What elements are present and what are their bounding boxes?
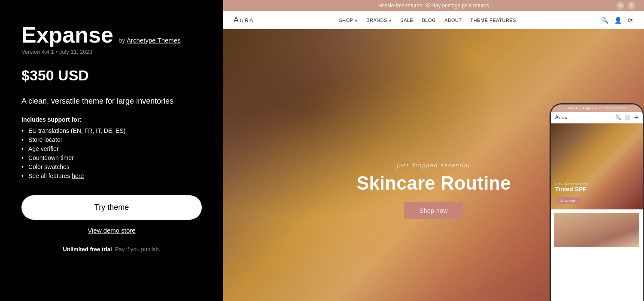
mobile-hero-area: NOW RESTOCKED Tinted SPF Shop now [551, 123, 643, 209]
hero-subtitle: just dropped essential [348, 162, 519, 169]
instagram-icon: ✦ [617, 2, 624, 9]
feature-item: Color swatches [21, 163, 202, 170]
by-prefix: by [118, 37, 125, 44]
mobile-hero-title: Tinted SPF [555, 186, 638, 193]
try-theme-button[interactable]: Try theme [21, 195, 202, 220]
author-link[interactable]: Archetype Themes [127, 37, 181, 44]
nav-link-sale[interactable]: SALE [400, 18, 413, 23]
mobile-announcement: Free US shipping & returns over $100 [551, 104, 643, 112]
version-info: Version 4.4.1 • July 11, 2023 [21, 49, 202, 55]
mobile-inner: Free US shipping & returns over $100 Aur… [551, 104, 643, 301]
nav-bar: Aura SHOP BRANDS SALE BLOG ABOUT THEME F… [223, 11, 644, 29]
free-trial-rest: . Pay if you publish. [112, 246, 161, 252]
feature-item-last: See all features here [21, 172, 202, 179]
help-icon: ? [628, 2, 635, 9]
account-icon[interactable]: 👤 [614, 17, 622, 24]
feature-item: EU translations (EN, FR, IT, DE, ES) [21, 127, 202, 134]
mobile-nav: Aura 🔍 ⬜ ☰ [551, 112, 643, 123]
free-trial-note: Unlimited free trial. Pay if you publish… [21, 246, 202, 252]
mobile-hero-label: NOW RESTOCKED [555, 183, 638, 186]
social-icons: ✦ ? [617, 2, 635, 9]
tagline: A clean, versatile theme for large inven… [21, 97, 202, 106]
by-author: by Archetype Themes [118, 37, 181, 44]
features-link[interactable]: here [72, 172, 84, 179]
nav-links: SHOP BRANDS SALE BLOG ABOUT THEME FEATUR… [339, 18, 516, 23]
mobile-nav-icons: 🔍 ⬜ ☰ [615, 115, 638, 120]
mobile-logo: Aura [555, 114, 568, 120]
theme-name: Expanse [21, 24, 113, 46]
left-panel: Expanse by Archetype Themes Version 4.4.… [0, 0, 223, 301]
feature-item: Age verifier [21, 145, 202, 152]
theme-title-row: Expanse by Archetype Themes [21, 24, 202, 46]
price: $350 USD [21, 67, 202, 84]
mobile-product-image [554, 213, 639, 247]
cart-icon[interactable]: 🛍 [628, 17, 634, 24]
feature-item: Store locator [21, 136, 202, 143]
hero-area: just dropped essential Skincare Routine … [223, 29, 644, 301]
mobile-mockup: Free US shipping & returns over $100 Aur… [550, 103, 644, 301]
feature-item: Countdown timer [21, 154, 202, 161]
mobile-menu-icon[interactable]: ☰ [634, 115, 638, 120]
announcement-text: Hassle-free returns. 30-day postage paid… [378, 3, 489, 9]
nav-link-blog[interactable]: BLOG [422, 18, 436, 23]
mobile-hero-content: NOW RESTOCKED Tinted SPF Shop now [555, 183, 638, 204]
nav-link-brands[interactable]: BRANDS [366, 18, 392, 23]
right-panel: Hassle-free returns. 30-day postage paid… [223, 0, 644, 301]
features-list: EU translations (EN, FR, IT, DE, ES) Sto… [21, 127, 202, 181]
mobile-shop-now-button[interactable]: Shop now [555, 197, 581, 204]
mobile-product-section [551, 209, 643, 253]
announcement-bar: Hassle-free returns. 30-day postage paid… [223, 0, 644, 11]
free-trial-bold: Unlimited free trial [63, 246, 112, 252]
hero-content: just dropped essential Skincare Routine … [348, 162, 519, 219]
view-demo-link[interactable]: View demo store [21, 227, 202, 234]
nav-link-theme-features[interactable]: THEME FEATURES [471, 18, 516, 23]
mobile-cart-icon[interactable]: ⬜ [625, 115, 631, 120]
nav-link-shop[interactable]: SHOP [339, 18, 358, 23]
browser-chrome: Hassle-free returns. 30-day postage paid… [223, 0, 644, 301]
mobile-search-icon[interactable]: 🔍 [615, 115, 621, 120]
nav-logo: Aura [234, 15, 254, 25]
search-icon[interactable]: 🔍 [601, 17, 608, 24]
hero-title: Skincare Routine [348, 173, 519, 194]
includes-label: Includes support for: [21, 116, 202, 123]
nav-link-about[interactable]: ABOUT [444, 18, 462, 23]
nav-icons: 🔍 👤 🛍 [601, 17, 634, 24]
hero-shop-now-button[interactable]: Shop now [404, 202, 463, 219]
